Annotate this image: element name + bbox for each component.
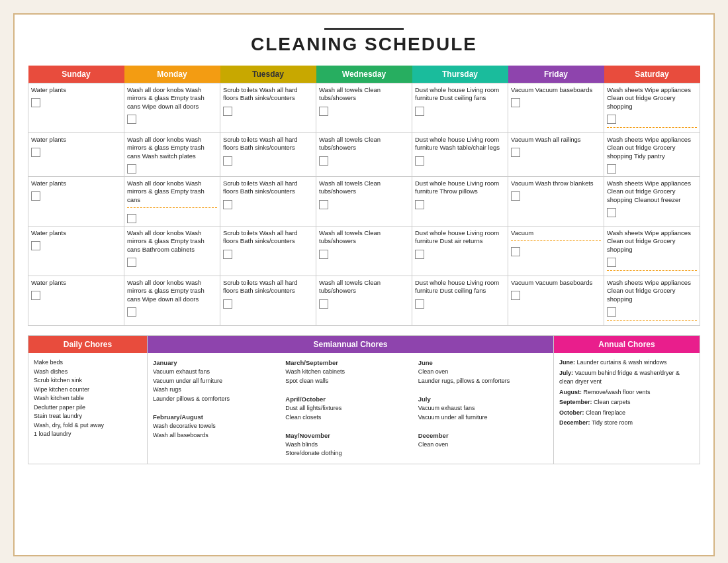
cell-week3-tuesday: Scrub toilets Wash all hard floors Bath … — [220, 177, 316, 227]
checkbox[interactable] — [511, 98, 520, 107]
semi-jul-header: July — [418, 395, 548, 404]
checkbox[interactable] — [415, 200, 424, 209]
checkbox[interactable] — [415, 107, 424, 116]
checkbox[interactable] — [127, 307, 136, 317]
task-text: Vacuum Vacuum baseboards — [511, 86, 601, 94]
col-header-wednesday: Wednesday — [316, 66, 412, 83]
checkbox[interactable] — [127, 115, 136, 124]
checkbox[interactable] — [31, 291, 40, 300]
checkbox[interactable] — [223, 156, 232, 166]
dashed-separator — [607, 320, 697, 321]
semi-jan-tasks: Vacuum exhaust fansVacuum under all furn… — [153, 368, 283, 403]
semi-mar-header: March/September — [285, 358, 415, 368]
annual-month: July: — [559, 370, 573, 376]
checkbox[interactable] — [511, 247, 520, 256]
daily-content: Make bedsWash dishesScrub kitchen sinkWi… — [28, 353, 147, 444]
checkbox[interactable] — [31, 148, 40, 157]
task-text: Water plants — [31, 279, 121, 287]
daily-task: Wash dishes — [34, 368, 142, 377]
annual-item: December: Tidy store room — [559, 419, 694, 428]
checkbox[interactable] — [319, 250, 328, 259]
semi-jan-header: January — [153, 358, 283, 368]
checkbox[interactable] — [319, 299, 328, 309]
checkbox[interactable] — [511, 148, 520, 157]
annual-task: Remove/wash floor vents — [584, 389, 651, 395]
cell-week1-monday: Wash all door knobs Wash mirrors & glass… — [124, 83, 220, 133]
semi-col-3: JuneClean ovenLaunder rugs, pillows & co… — [418, 358, 548, 458]
cell-week5-wednesday: Wash all towels Clean tubs/showers — [316, 276, 412, 326]
cell-week3-friday: Vacuum Wash throw blankets — [508, 177, 604, 227]
semi-feb-header: February/August — [153, 413, 283, 422]
checkbox[interactable] — [607, 307, 616, 317]
annual-task: Vacuum behind fridge & washer/dryer & cl… — [559, 370, 680, 385]
dashed-separator — [607, 127, 697, 128]
annual-task: Tidy store room — [592, 419, 633, 426]
cell-week2-friday: Vacuum Wash all railings — [508, 133, 604, 177]
checkbox[interactable] — [319, 107, 328, 116]
checkbox[interactable] — [607, 115, 616, 124]
daily-task: Make beds — [34, 358, 142, 368]
daily-task: Wash, dry, fold & put away — [34, 421, 142, 431]
checkbox[interactable] — [415, 250, 424, 259]
semi-jun-tasks: Clean ovenLaunder rugs, pillows & comfor… — [418, 368, 548, 385]
col-header-thursday: Thursday — [412, 66, 508, 83]
cell-week3-saturday: Wash sheets Wipe appliances Clean out fr… — [604, 177, 700, 227]
checkbox[interactable] — [415, 299, 424, 309]
week-row-5: Water plantsWash all door knobs Wash mir… — [28, 276, 700, 326]
dashed-separator — [127, 207, 217, 208]
annual-item: October: Clean fireplace — [559, 409, 694, 418]
task-text: Wash all towels Clean tubs/showers — [319, 279, 409, 295]
week-row-4: Water plantsWash all door knobs Wash mir… — [28, 227, 700, 276]
bottom-grid: Daily Chores Make bedsWash dishesScrub k… — [28, 335, 700, 464]
schedule-table: SundayMondayTuesdayWednesdayThursdayFrid… — [28, 66, 700, 326]
checkbox[interactable] — [415, 156, 424, 166]
checkbox[interactable] — [31, 191, 40, 201]
checkbox[interactable] — [223, 299, 232, 309]
task-text: Dust whole house Living room furniture W… — [415, 136, 505, 152]
cell-week2-tuesday: Scrub toilets Wash all hard floors Bath … — [220, 133, 316, 177]
cell-week4-monday: Wash all door knobs Wash mirrors & glass… — [124, 227, 220, 276]
task-text: Wash all door knobs Wash mirrors & glass… — [127, 229, 217, 254]
semi-may-header: May/November — [285, 431, 415, 440]
cell-week5-sunday: Water plants — [28, 276, 124, 326]
checkbox[interactable] — [223, 107, 232, 116]
task-text: Scrub toilets Wash all hard floors Bath … — [223, 86, 313, 103]
col-header-monday: Monday — [124, 66, 220, 83]
cell-week3-wednesday: Wash all towels Clean tubs/showers — [316, 177, 412, 227]
daily-header: Daily Chores — [28, 336, 147, 353]
checkbox[interactable] — [511, 191, 520, 201]
task-text: Scrub toilets Wash all hard floors Bath … — [223, 229, 313, 246]
cell-week4-sunday: Water plants — [28, 227, 124, 276]
checkbox[interactable] — [607, 208, 616, 217]
cell-week2-saturday: Wash sheets Wipe appliances Clean out fr… — [604, 133, 700, 177]
checkbox[interactable] — [607, 164, 616, 174]
semi-section: Semiannual Chores JanuaryVacuum exhaust … — [148, 336, 554, 464]
checkbox[interactable] — [31, 98, 40, 107]
page: CLEANING SCHEDULE SundayMondayTuesdayWed… — [13, 13, 715, 556]
daily-task: Scrub kitchen sink — [34, 376, 142, 385]
semi-content: JanuaryVacuum exhaust fansVacuum under a… — [148, 353, 553, 464]
checkbox[interactable] — [127, 164, 136, 174]
dashed-separator — [607, 270, 697, 271]
checkbox[interactable] — [511, 291, 520, 300]
semi-dec-header: December — [418, 431, 548, 440]
checkbox[interactable] — [223, 200, 232, 209]
checkbox[interactable] — [319, 156, 328, 166]
cell-week1-saturday: Wash sheets Wipe appliances Clean out fr… — [604, 83, 700, 133]
task-text: Water plants — [31, 86, 121, 94]
task-text: Wash sheets Wipe appliances Clean out fr… — [607, 86, 697, 111]
semi-feb-tasks: Wash decorative towelsWash all baseboard… — [153, 422, 283, 440]
checkbox[interactable] — [223, 250, 232, 259]
cell-week4-tuesday: Scrub toilets Wash all hard floors Bath … — [220, 227, 316, 276]
checkbox[interactable] — [127, 258, 136, 267]
daily-task: Wipe kitchen counter — [34, 385, 142, 395]
title-underline — [324, 28, 404, 30]
checkbox[interactable] — [31, 241, 40, 250]
checkbox[interactable] — [127, 214, 136, 223]
annual-month: September: — [559, 399, 592, 405]
cell-week4-friday: Vacuum — [508, 227, 604, 276]
checkbox[interactable] — [319, 200, 328, 209]
task-text: Dust whole house Living room furniture T… — [415, 179, 505, 196]
checkbox[interactable] — [607, 258, 616, 267]
semi-apr-tasks: Dust all lights/fixturesClean closets — [285, 404, 415, 422]
